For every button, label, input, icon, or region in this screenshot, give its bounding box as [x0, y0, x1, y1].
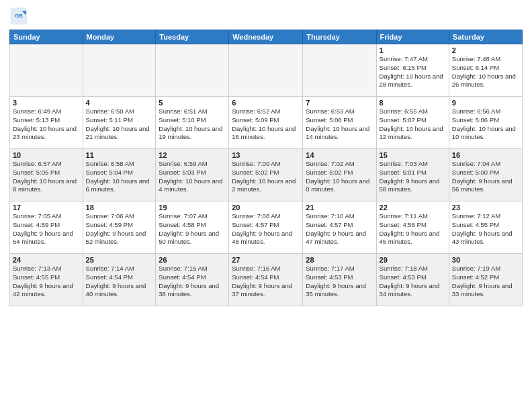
calendar-day-cell: [156, 44, 229, 97]
calendar-day-cell: 6Sunrise: 6:52 AMSunset: 5:09 PMDaylight…: [229, 97, 303, 149]
calendar-day-cell: 28Sunrise: 7:17 AMSunset: 4:53 PMDayligh…: [303, 254, 376, 306]
day-info: Sunrise: 7:05 AMSunset: 4:59 PMDaylight:…: [13, 212, 80, 246]
day-info: Sunrise: 7:48 AMSunset: 6:14 PMDaylight:…: [452, 55, 519, 89]
day-info: Sunrise: 7:11 AMSunset: 4:56 PMDaylight:…: [380, 212, 446, 246]
header-saturday: Saturday: [449, 30, 522, 44]
calendar-day-cell: 2Sunrise: 7:48 AMSunset: 6:14 PMDaylight…: [449, 44, 522, 97]
calendar-day-cell: 16Sunrise: 7:04 AMSunset: 5:00 PMDayligh…: [449, 149, 522, 201]
day-info: Sunrise: 7:02 AMSunset: 5:02 PMDaylight:…: [306, 160, 373, 194]
day-number: 26: [159, 256, 226, 264]
calendar-week-row: 17Sunrise: 7:05 AMSunset: 4:59 PMDayligh…: [10, 201, 523, 254]
calendar-day-cell: 27Sunrise: 7:16 AMSunset: 4:54 PMDayligh…: [229, 254, 303, 306]
day-number: 25: [86, 256, 153, 264]
calendar-day-cell: [83, 44, 156, 97]
calendar-day-cell: 1Sunrise: 7:47 AMSunset: 6:15 PMDaylight…: [376, 44, 449, 97]
calendar-day-cell: 25Sunrise: 7:14 AMSunset: 4:54 PMDayligh…: [83, 254, 156, 306]
weekday-header-row: Sunday Monday Tuesday Wednesday Thursday…: [10, 30, 523, 44]
day-info: Sunrise: 6:59 AMSunset: 5:03 PMDaylight:…: [159, 160, 226, 194]
day-info: Sunrise: 7:16 AMSunset: 4:54 PMDaylight:…: [232, 265, 300, 299]
header-friday: Friday: [376, 30, 449, 44]
calendar-week-row: 10Sunrise: 6:57 AMSunset: 5:05 PMDayligh…: [10, 149, 523, 201]
calendar-day-cell: 10Sunrise: 6:57 AMSunset: 5:05 PMDayligh…: [10, 149, 83, 201]
day-number: 7: [306, 99, 373, 107]
day-info: Sunrise: 7:00 AMSunset: 5:02 PMDaylight:…: [232, 160, 300, 194]
calendar-day-cell: [303, 44, 376, 97]
day-info: Sunrise: 6:50 AMSunset: 5:11 PMDaylight:…: [86, 107, 153, 142]
calendar-day-cell: 30Sunrise: 7:19 AMSunset: 4:52 PMDayligh…: [449, 254, 522, 306]
header-wednesday: Wednesday: [229, 30, 303, 44]
day-number: 5: [159, 99, 226, 107]
day-number: 11: [86, 151, 153, 159]
day-number: 19: [159, 203, 226, 212]
day-number: 18: [86, 203, 153, 212]
day-info: Sunrise: 7:17 AMSunset: 4:53 PMDaylight:…: [306, 265, 373, 299]
day-info: Sunrise: 7:10 AMSunset: 4:57 PMDaylight:…: [306, 212, 373, 246]
calendar-day-cell: 24Sunrise: 7:13 AMSunset: 4:55 PMDayligh…: [10, 254, 83, 306]
day-number: 17: [13, 203, 80, 212]
calendar-day-cell: 5Sunrise: 6:51 AMSunset: 5:10 PMDaylight…: [156, 97, 229, 149]
day-number: 22: [380, 203, 446, 212]
day-number: 6: [232, 99, 300, 107]
main-container: GB Sunday Monday Tuesday Wednesday Thurs…: [0, 0, 532, 312]
day-info: Sunrise: 7:12 AMSunset: 4:55 PMDaylight:…: [452, 212, 519, 246]
day-number: 15: [380, 151, 446, 159]
day-number: 10: [13, 151, 80, 159]
header: GB: [9, 7, 523, 26]
day-number: 1: [380, 46, 446, 54]
calendar-day-cell: 4Sunrise: 6:50 AMSunset: 5:11 PMDaylight…: [83, 97, 156, 149]
day-number: 14: [306, 151, 373, 159]
day-number: 2: [452, 46, 519, 54]
svg-text:GB: GB: [15, 13, 23, 19]
day-info: Sunrise: 7:03 AMSunset: 5:01 PMDaylight:…: [380, 160, 446, 194]
day-info: Sunrise: 7:15 AMSunset: 4:54 PMDaylight:…: [159, 265, 226, 299]
day-info: Sunrise: 7:07 AMSunset: 4:58 PMDaylight:…: [159, 212, 226, 246]
day-number: 29: [380, 256, 446, 264]
day-info: Sunrise: 6:51 AMSunset: 5:10 PMDaylight:…: [159, 107, 226, 142]
day-info: Sunrise: 6:56 AMSunset: 5:06 PMDaylight:…: [452, 107, 519, 142]
calendar-day-cell: 22Sunrise: 7:11 AMSunset: 4:56 PMDayligh…: [376, 201, 449, 254]
calendar-day-cell: 26Sunrise: 7:15 AMSunset: 4:54 PMDayligh…: [156, 254, 229, 306]
calendar-day-cell: 9Sunrise: 6:56 AMSunset: 5:06 PMDaylight…: [449, 97, 522, 149]
calendar-day-cell: 13Sunrise: 7:00 AMSunset: 5:02 PMDayligh…: [229, 149, 303, 201]
day-info: Sunrise: 7:47 AMSunset: 6:15 PMDaylight:…: [380, 55, 446, 89]
day-number: 23: [452, 203, 519, 212]
day-info: Sunrise: 6:58 AMSunset: 5:04 PMDaylight:…: [86, 160, 153, 194]
calendar-day-cell: 23Sunrise: 7:12 AMSunset: 4:55 PMDayligh…: [449, 201, 522, 254]
calendar-day-cell: 14Sunrise: 7:02 AMSunset: 5:02 PMDayligh…: [303, 149, 376, 201]
calendar-week-row: 1Sunrise: 7:47 AMSunset: 6:15 PMDaylight…: [10, 44, 523, 97]
day-number: 16: [452, 151, 519, 159]
day-number: 13: [232, 151, 300, 159]
day-info: Sunrise: 7:13 AMSunset: 4:55 PMDaylight:…: [13, 265, 80, 299]
calendar-day-cell: 7Sunrise: 6:53 AMSunset: 5:08 PMDaylight…: [303, 97, 376, 149]
day-info: Sunrise: 6:49 AMSunset: 5:13 PMDaylight:…: [13, 107, 80, 142]
header-tuesday: Tuesday: [156, 30, 229, 44]
calendar-week-row: 24Sunrise: 7:13 AMSunset: 4:55 PMDayligh…: [10, 254, 523, 306]
day-info: Sunrise: 7:14 AMSunset: 4:54 PMDaylight:…: [86, 265, 153, 299]
calendar-day-cell: [229, 44, 303, 97]
logo-icon: GB: [9, 7, 28, 26]
day-info: Sunrise: 7:04 AMSunset: 5:00 PMDaylight:…: [452, 160, 519, 194]
day-number: 9: [452, 99, 519, 107]
day-number: 3: [13, 99, 80, 107]
calendar-day-cell: 20Sunrise: 7:08 AMSunset: 4:57 PMDayligh…: [229, 201, 303, 254]
day-number: 21: [306, 203, 373, 212]
calendar-day-cell: 11Sunrise: 6:58 AMSunset: 5:04 PMDayligh…: [83, 149, 156, 201]
calendar-day-cell: 18Sunrise: 7:06 AMSunset: 4:59 PMDayligh…: [83, 201, 156, 254]
calendar-day-cell: 17Sunrise: 7:05 AMSunset: 4:59 PMDayligh…: [10, 201, 83, 254]
day-info: Sunrise: 7:19 AMSunset: 4:52 PMDaylight:…: [452, 265, 519, 299]
header-thursday: Thursday: [303, 30, 376, 44]
day-number: 12: [159, 151, 226, 159]
day-info: Sunrise: 7:08 AMSunset: 4:57 PMDaylight:…: [232, 212, 300, 246]
calendar-week-row: 3Sunrise: 6:49 AMSunset: 5:13 PMDaylight…: [10, 97, 523, 149]
day-number: 28: [306, 256, 373, 264]
day-info: Sunrise: 6:55 AMSunset: 5:07 PMDaylight:…: [380, 107, 446, 142]
header-monday: Monday: [83, 30, 156, 44]
calendar-day-cell: 29Sunrise: 7:18 AMSunset: 4:53 PMDayligh…: [376, 254, 449, 306]
logo: GB: [9, 7, 31, 26]
day-info: Sunrise: 7:06 AMSunset: 4:59 PMDaylight:…: [86, 212, 153, 246]
day-number: 30: [452, 256, 519, 264]
day-info: Sunrise: 6:52 AMSunset: 5:09 PMDaylight:…: [232, 107, 300, 142]
calendar-day-cell: 15Sunrise: 7:03 AMSunset: 5:01 PMDayligh…: [376, 149, 449, 201]
calendar-day-cell: 12Sunrise: 6:59 AMSunset: 5:03 PMDayligh…: [156, 149, 229, 201]
day-number: 20: [232, 203, 300, 212]
